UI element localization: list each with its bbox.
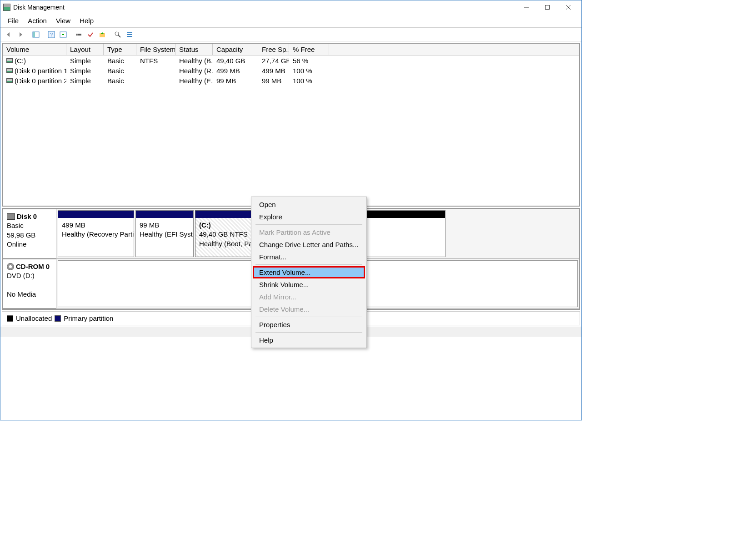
menu-help[interactable]: Help [76, 16, 97, 25]
context-separator [255, 317, 362, 317]
svg-rect-15 [127, 34, 132, 35]
volume-row[interactable]: (Disk 0 partition 2)SimpleBasicHealthy (… [3, 76, 579, 86]
svg-rect-1 [546, 5, 550, 10]
col-filesystem[interactable]: File System [136, 44, 175, 55]
context-item-add-mirror: Add Mirror... [253, 291, 365, 303]
panel-icon[interactable] [30, 30, 41, 40]
back-icon[interactable] [3, 30, 14, 40]
legend-unallocated-swatch [7, 315, 13, 322]
col-layout[interactable]: Layout [66, 44, 104, 55]
context-item-open[interactable]: Open [253, 198, 365, 211]
cdrom-0-label[interactable]: CD-ROM 0 DVD (D:) No Media [3, 259, 56, 308]
refresh-icon[interactable] [58, 30, 69, 40]
context-item-properties[interactable]: Properties [253, 318, 365, 331]
drive-icon [6, 68, 13, 73]
titlebar: Disk Management [0, 0, 581, 14]
list-icon[interactable] [124, 30, 135, 40]
primary-bar [136, 211, 193, 218]
col-volume[interactable]: Volume [3, 44, 66, 55]
disk-icon [7, 213, 15, 220]
volume-row[interactable]: (C:)SimpleBasicNTFSHealthy (B...49,40 GB… [3, 56, 579, 66]
menu-file[interactable]: File [4, 16, 22, 25]
col-freespace[interactable]: Free Sp... [258, 44, 289, 55]
context-separator [255, 264, 362, 265]
app-icon [3, 4, 10, 11]
context-item-change-drive-letter-and-paths[interactable]: Change Drive Letter and Paths... [253, 238, 365, 251]
menu-view[interactable]: View [52, 16, 74, 25]
svg-rect-16 [127, 36, 132, 37]
close-button[interactable] [558, 1, 579, 14]
context-item-format[interactable]: Format... [253, 251, 365, 263]
folder-up-icon[interactable] [97, 30, 108, 40]
check-icon[interactable] [85, 30, 96, 40]
menu-action[interactable]: Action [24, 16, 50, 25]
col-capacity[interactable]: Capacity [213, 44, 258, 55]
context-item-delete-volume: Delete Volume... [253, 303, 365, 315]
forward-icon[interactable] [15, 30, 26, 40]
context-item-help[interactable]: Help [253, 334, 365, 346]
help-icon[interactable]: ? [46, 30, 57, 40]
search-icon[interactable] [112, 30, 123, 40]
partition-box[interactable]: 499 MBHealthy (Recovery Partition) [58, 210, 134, 257]
partition-box[interactable]: 99 MBHealthy (EFI System [135, 210, 194, 257]
context-item-explore[interactable]: Explore [253, 211, 365, 223]
context-item-shrink-volume[interactable]: Shrink Volume... [253, 278, 365, 291]
primary-bar [58, 211, 134, 218]
svg-text:?: ? [50, 32, 53, 37]
svg-rect-14 [127, 32, 132, 33]
col-type[interactable]: Type [104, 44, 136, 55]
toolbar: ? [0, 28, 581, 41]
cd-icon [7, 263, 14, 270]
svg-rect-11 [100, 33, 105, 37]
drive-icon [6, 58, 13, 63]
context-separator [255, 224, 362, 225]
svg-point-10 [76, 34, 78, 35]
context-separator [255, 332, 362, 333]
settings-icon[interactable] [73, 30, 84, 40]
legend-primary-label: Primary partition [64, 314, 113, 322]
col-status[interactable]: Status [175, 44, 213, 55]
legend-primary-swatch [55, 315, 61, 322]
volume-list: Volume Layout Type File System Status Ca… [2, 43, 580, 207]
context-item-mark-partition-as-active: Mark Partition as Active [253, 226, 365, 238]
svg-point-12 [115, 32, 119, 35]
legend-unallocated-label: Unallocated [16, 314, 52, 322]
menubar: File Action View Help [0, 14, 581, 28]
col-pctfree[interactable]: % Free [289, 44, 329, 55]
disk-0-label[interactable]: Disk 0 Basic 59,98 GB Online [3, 209, 56, 258]
svg-rect-5 [33, 32, 35, 37]
maximize-button[interactable] [537, 1, 558, 14]
window-title: Disk Management [13, 4, 65, 11]
volume-header-row: Volume Layout Type File System Status Ca… [3, 44, 579, 56]
minimize-button[interactable] [516, 1, 537, 14]
svg-line-13 [118, 35, 120, 37]
context-menu: OpenExploreMark Partition as ActiveChang… [251, 197, 367, 348]
volume-row[interactable]: (Disk 0 partition 1)SimpleBasicHealthy (… [3, 66, 579, 76]
drive-icon [6, 78, 13, 83]
context-item-extend-volume[interactable]: Extend Volume... [253, 266, 365, 278]
